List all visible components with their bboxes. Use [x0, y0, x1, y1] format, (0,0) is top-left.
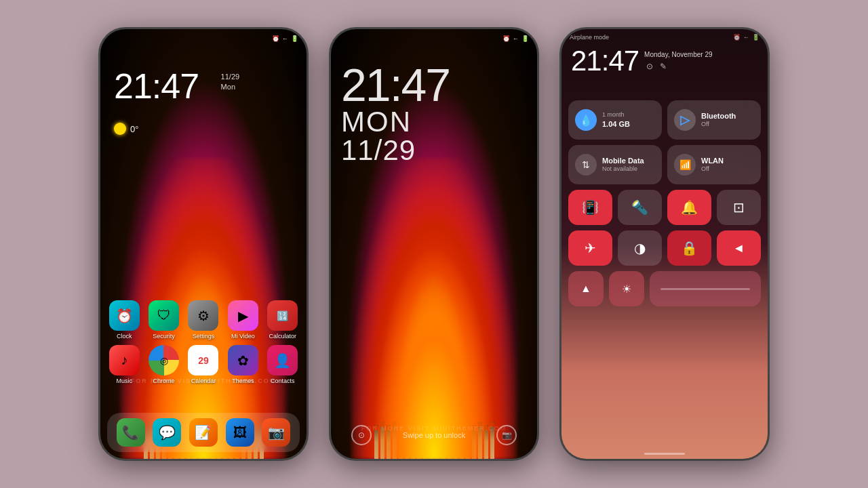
- date-display: 11/29 Mon: [221, 72, 240, 93]
- screen-record-button[interactable]: ⊡: [717, 190, 761, 225]
- temperature-display: 0°: [130, 124, 138, 134]
- cc-time-display: 21:47: [571, 47, 639, 75]
- camera-lock-icon[interactable]: ⊙: [351, 425, 372, 445]
- alarm-icon-2: ⏰: [502, 35, 510, 42]
- bluetooth-tile[interactable]: ▷ Bluetooth Off: [667, 100, 761, 140]
- phone1-homescreen: ⏰ ← 🔋 21:47 11/29 Mon 0° ⏰ Clock 🛡 Secur…: [98, 27, 309, 461]
- cc-quick-icons: ⊙ ✎: [644, 61, 712, 72]
- lock-clock: 21:47 MON 11/29: [341, 62, 450, 165]
- home-indicator[interactable]: [644, 453, 685, 455]
- flashlight-lock-icon[interactable]: 📷: [496, 425, 517, 445]
- dnd-button[interactable]: 🔔: [667, 190, 711, 225]
- app-mivideo[interactable]: ▶ Mi Video: [226, 300, 260, 340]
- notes-icon-img: 📝: [189, 418, 218, 447]
- airplane-mode-label: Airplane mode: [570, 34, 609, 41]
- wlan-tile[interactable]: 📶 WLAN Off: [667, 145, 761, 184]
- security-label: Security: [153, 333, 175, 340]
- mobile-data-label: Mobile Data: [602, 156, 644, 165]
- phone-icon-img: 📞: [117, 418, 145, 447]
- messages-icon-img: 💬: [153, 418, 181, 447]
- app-clock[interactable]: ⏰ Clock: [107, 300, 141, 340]
- cc-time-row: 21:47 Monday, November 29 ⊙ ✎: [571, 47, 758, 75]
- cc-header: 21:47 Monday, November 29 ⊙ ✎: [571, 47, 758, 75]
- bluetooth-label: Bluetooth: [701, 111, 736, 121]
- wifi-icon: 📶: [674, 154, 696, 176]
- rotation-lock-button[interactable]: 🔒: [667, 230, 711, 266]
- cc-date-display: Monday, November 29: [644, 51, 712, 58]
- app-dock: 📞 💬 📝 🖼 📷: [107, 413, 300, 452]
- invert-button[interactable]: ◑: [618, 230, 662, 266]
- app-calculator[interactable]: 🔢 Calculator: [266, 300, 300, 340]
- battery-icon-2: 🔋: [521, 35, 529, 42]
- phone2-lockscreen: ⏰ ← 🔋 21:47 MON 11/29 FOR MORE VISIT MIU…: [329, 27, 539, 461]
- calculator-label: Calculator: [269, 333, 297, 340]
- mobile-data-icon: ⇅: [575, 154, 597, 176]
- time-display: 21:47: [114, 68, 199, 104]
- arrow-up-button[interactable]: ▲: [568, 271, 604, 306]
- clock-widget: 21:47 11/29 Mon: [114, 68, 199, 104]
- clock-icon-img: ⏰: [109, 300, 140, 331]
- lockscreen-content: 21:47 MON 11/29 FOR MORE VISIT MIUITHEME…: [331, 48, 537, 459]
- phone3-controlcenter: Airplane mode ⏰ ← 🔋 21:47 Monday, Novemb…: [559, 27, 770, 461]
- homescreen-content: 21:47 11/29 Mon 0° ⏰ Clock 🛡 Security ⚙ …: [100, 48, 307, 459]
- cc-row-1: 💧 1 month 1.04 GB ▷ Bluetooth Off: [568, 100, 761, 140]
- cc-bottom-row: ▲ ☀: [568, 271, 761, 306]
- mivideo-icon-img: ▶: [228, 300, 258, 331]
- watermark: FOR MORE VISIT MIUITHEMER.COM: [100, 378, 307, 384]
- data-amount: 1.04 GB: [602, 119, 630, 129]
- contacts-icon-img: 👤: [267, 345, 298, 375]
- alarm-icon: ⏰: [272, 35, 279, 42]
- mobile-data-status: Not available: [602, 165, 644, 174]
- status-bar-phone1: ⏰ ← 🔋: [100, 29, 307, 48]
- wlan-status: Off: [701, 165, 724, 174]
- security-icon-img: 🛡: [149, 300, 179, 331]
- location-button[interactable]: ◄: [717, 230, 761, 266]
- control-center-bg: Airplane mode ⏰ ← 🔋 21:47 Monday, Novemb…: [561, 29, 768, 459]
- location-icon: ⊙: [644, 61, 655, 72]
- battery-icon-3: 🔋: [752, 34, 760, 41]
- weather-widget: 0°: [114, 123, 138, 135]
- cc-status-bar: Airplane mode ⏰ ← 🔋: [561, 29, 768, 45]
- lock-time-display: 21:47: [341, 62, 450, 108]
- dock-messages[interactable]: 💬: [153, 418, 181, 447]
- cc-tiles-area: 💧 1 month 1.04 GB ▷ Bluetooth Off: [568, 100, 761, 306]
- cc-btn-grid-2: ✈ ◑ 🔒 ◄: [568, 230, 761, 266]
- battery-icon: 🔋: [291, 35, 298, 42]
- dock-gallery[interactable]: 🖼: [226, 418, 254, 447]
- media-player-slider[interactable]: [650, 271, 761, 306]
- signal-icon: ←: [282, 35, 288, 42]
- status-bar-phone2: ⏰ ← 🔋: [331, 29, 537, 48]
- lock-bottom-bar: ⊙ Swipe up to unlock 📷: [331, 425, 537, 445]
- mivideo-label: Mi Video: [231, 333, 255, 340]
- data-usage-tile[interactable]: 💧 1 month 1.04 GB: [568, 100, 662, 140]
- settings-icon-img: ⚙: [188, 300, 218, 331]
- alarm-icon-3: ⏰: [733, 34, 741, 41]
- app-settings[interactable]: ⚙ Settings: [186, 300, 220, 340]
- signal-icon-3: ←: [743, 34, 749, 41]
- vibrate-button[interactable]: 📳: [568, 190, 612, 225]
- dock-scanner[interactable]: 📷: [262, 418, 290, 447]
- airplane-button[interactable]: ✈: [568, 230, 612, 266]
- bluetooth-icon: ▷: [674, 109, 696, 131]
- music-icon-img: ♪: [109, 345, 140, 375]
- clock-label: Clock: [117, 333, 132, 340]
- slider-track: [660, 288, 749, 290]
- gallery-icon-img: 🖼: [226, 418, 254, 447]
- flashlight-button[interactable]: 🔦: [618, 190, 662, 225]
- cc-btn-grid-1: 📳 🔦 🔔 ⊡: [568, 190, 761, 225]
- dock-notes[interactable]: 📝: [189, 418, 218, 447]
- app-grid-main: ⏰ Clock 🛡 Security ⚙ Settings ▶ Mi Video…: [107, 300, 300, 384]
- mobile-data-tile[interactable]: ⇅ Mobile Data Not available: [568, 145, 662, 184]
- app-security[interactable]: 🛡 Security: [146, 300, 180, 340]
- dock-phone[interactable]: 📞: [117, 418, 145, 447]
- cc-date-col: Monday, November 29 ⊙ ✎: [644, 51, 712, 72]
- wlan-label: WLAN: [701, 156, 724, 165]
- data-period: 1 month: [602, 111, 630, 119]
- lock-day-display: MON: [341, 108, 450, 136]
- bluetooth-tile-text: Bluetooth Off: [701, 111, 736, 129]
- chrome-icon-img: ◎: [149, 345, 179, 375]
- mobile-data-tile-text: Mobile Data Not available: [602, 156, 644, 174]
- calculator-icon-img: 🔢: [267, 300, 298, 331]
- brightness-button[interactable]: ☀: [609, 271, 644, 306]
- scanner-icon-img: 📷: [262, 418, 290, 447]
